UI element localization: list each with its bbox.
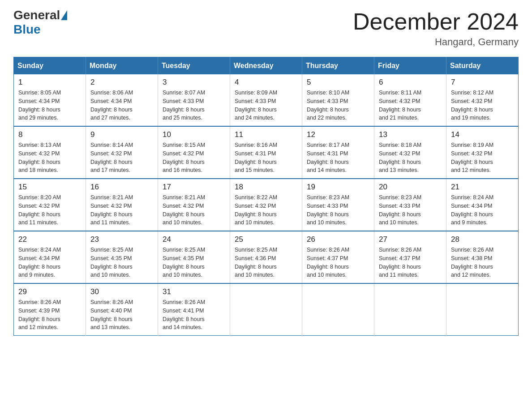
calendar-week-row: 29 Sunrise: 8:26 AM Sunset: 4:39 PM Dayl… xyxy=(14,283,519,336)
calendar-cell: 13 Sunrise: 8:18 AM Sunset: 4:32 PM Dayl… xyxy=(374,126,446,179)
day-info: Sunrise: 8:23 AM Sunset: 4:33 PM Dayligh… xyxy=(307,193,369,227)
day-number: 13 xyxy=(379,130,442,139)
calendar-cell: 5 Sunrise: 8:10 AM Sunset: 4:33 PM Dayli… xyxy=(302,74,374,126)
calendar-cell xyxy=(302,283,374,336)
logo-triangle-icon xyxy=(61,10,67,20)
calendar-cell: 1 Sunrise: 8:05 AM Sunset: 4:34 PM Dayli… xyxy=(14,74,86,126)
calendar-cell: 17 Sunrise: 8:21 AM Sunset: 4:32 PM Dayl… xyxy=(158,179,230,231)
day-info: Sunrise: 8:26 AM Sunset: 4:37 PM Dayligh… xyxy=(307,246,369,279)
day-info: Sunrise: 8:20 AM Sunset: 4:32 PM Dayligh… xyxy=(18,193,81,227)
header-thursday: Thursday xyxy=(302,57,374,75)
day-number: 8 xyxy=(18,130,81,139)
day-number: 6 xyxy=(379,78,442,87)
day-info: Sunrise: 8:26 AM Sunset: 4:37 PM Dayligh… xyxy=(379,246,442,279)
day-info: Sunrise: 8:13 AM Sunset: 4:32 PM Dayligh… xyxy=(18,141,81,175)
day-info: Sunrise: 8:22 AM Sunset: 4:32 PM Dayligh… xyxy=(235,193,297,227)
logo-blue-text: Blue xyxy=(13,22,41,36)
calendar-cell: 18 Sunrise: 8:22 AM Sunset: 4:32 PM Dayl… xyxy=(230,179,302,231)
day-number: 3 xyxy=(163,78,225,87)
calendar-cell: 9 Sunrise: 8:14 AM Sunset: 4:32 PM Dayli… xyxy=(86,126,158,179)
day-info: Sunrise: 8:24 AM Sunset: 4:34 PM Dayligh… xyxy=(451,193,514,227)
calendar-cell: 4 Sunrise: 8:09 AM Sunset: 4:33 PM Dayli… xyxy=(230,74,302,126)
day-info: Sunrise: 8:26 AM Sunset: 4:40 PM Dayligh… xyxy=(90,298,153,332)
location-subtitle: Hangard, Germany xyxy=(353,36,519,48)
day-number: 16 xyxy=(90,183,153,192)
calendar-cell: 25 Sunrise: 8:25 AM Sunset: 4:36 PM Dayl… xyxy=(230,231,302,283)
day-info: Sunrise: 8:16 AM Sunset: 4:31 PM Dayligh… xyxy=(235,141,297,175)
calendar-cell: 2 Sunrise: 8:06 AM Sunset: 4:34 PM Dayli… xyxy=(86,74,158,126)
calendar-cell xyxy=(446,283,519,336)
day-number: 9 xyxy=(90,130,153,139)
calendar-cell: 16 Sunrise: 8:21 AM Sunset: 4:32 PM Dayl… xyxy=(86,179,158,231)
calendar-cell: 27 Sunrise: 8:26 AM Sunset: 4:37 PM Dayl… xyxy=(374,231,446,283)
day-info: Sunrise: 8:11 AM Sunset: 4:32 PM Dayligh… xyxy=(379,89,442,122)
calendar-cell: 7 Sunrise: 8:12 AM Sunset: 4:32 PM Dayli… xyxy=(446,74,519,126)
calendar-cell: 26 Sunrise: 8:26 AM Sunset: 4:37 PM Dayl… xyxy=(302,231,374,283)
calendar-cell: 29 Sunrise: 8:26 AM Sunset: 4:39 PM Dayl… xyxy=(14,283,86,336)
calendar-cell xyxy=(374,283,446,336)
calendar-cell: 6 Sunrise: 8:11 AM Sunset: 4:32 PM Dayli… xyxy=(374,74,446,126)
day-info: Sunrise: 8:17 AM Sunset: 4:31 PM Dayligh… xyxy=(307,141,369,175)
day-number: 26 xyxy=(307,235,369,244)
day-number: 11 xyxy=(235,130,297,139)
calendar-cell: 20 Sunrise: 8:23 AM Sunset: 4:33 PM Dayl… xyxy=(374,179,446,231)
calendar-cell: 3 Sunrise: 8:07 AM Sunset: 4:33 PM Dayli… xyxy=(158,74,230,126)
day-number: 4 xyxy=(235,78,297,87)
day-number: 18 xyxy=(235,183,297,192)
day-info: Sunrise: 8:21 AM Sunset: 4:32 PM Dayligh… xyxy=(163,193,225,227)
day-info: Sunrise: 8:18 AM Sunset: 4:32 PM Dayligh… xyxy=(379,141,442,175)
day-number: 7 xyxy=(451,78,514,87)
day-number: 5 xyxy=(307,78,369,87)
logo-general-text: General xyxy=(13,9,60,21)
day-info: Sunrise: 8:09 AM Sunset: 4:33 PM Dayligh… xyxy=(235,89,297,122)
header-wednesday: Wednesday xyxy=(230,57,302,75)
day-info: Sunrise: 8:25 AM Sunset: 4:36 PM Dayligh… xyxy=(235,246,297,279)
calendar-cell: 10 Sunrise: 8:15 AM Sunset: 4:32 PM Dayl… xyxy=(158,126,230,179)
header-tuesday: Tuesday xyxy=(158,57,230,75)
day-info: Sunrise: 8:21 AM Sunset: 4:32 PM Dayligh… xyxy=(90,193,153,227)
calendar-cell: 31 Sunrise: 8:26 AM Sunset: 4:41 PM Dayl… xyxy=(158,283,230,336)
title-section: December 2024 Hangard, Germany xyxy=(353,9,519,48)
header-friday: Friday xyxy=(374,57,446,75)
day-info: Sunrise: 8:14 AM Sunset: 4:32 PM Dayligh… xyxy=(90,141,153,175)
day-number: 17 xyxy=(163,183,225,192)
day-info: Sunrise: 8:25 AM Sunset: 4:35 PM Dayligh… xyxy=(90,246,153,279)
day-info: Sunrise: 8:26 AM Sunset: 4:38 PM Dayligh… xyxy=(451,246,514,279)
calendar-table: Sunday Monday Tuesday Wednesday Thursday… xyxy=(13,57,519,336)
calendar-cell: 14 Sunrise: 8:19 AM Sunset: 4:32 PM Dayl… xyxy=(446,126,519,179)
day-info: Sunrise: 8:26 AM Sunset: 4:41 PM Dayligh… xyxy=(163,298,225,332)
calendar-week-row: 8 Sunrise: 8:13 AM Sunset: 4:32 PM Dayli… xyxy=(14,126,519,179)
header-monday: Monday xyxy=(86,57,158,75)
calendar-cell: 28 Sunrise: 8:26 AM Sunset: 4:38 PM Dayl… xyxy=(446,231,519,283)
header-saturday: Saturday xyxy=(446,57,519,75)
day-number: 1 xyxy=(18,78,81,87)
calendar-header-row: Sunday Monday Tuesday Wednesday Thursday… xyxy=(14,57,519,75)
day-info: Sunrise: 8:19 AM Sunset: 4:32 PM Dayligh… xyxy=(451,141,514,175)
day-number: 10 xyxy=(163,130,225,139)
calendar-cell: 15 Sunrise: 8:20 AM Sunset: 4:32 PM Dayl… xyxy=(14,179,86,231)
day-number: 14 xyxy=(451,130,514,139)
day-number: 28 xyxy=(451,235,514,244)
calendar-cell: 24 Sunrise: 8:25 AM Sunset: 4:35 PM Dayl… xyxy=(158,231,230,283)
day-info: Sunrise: 8:05 AM Sunset: 4:34 PM Dayligh… xyxy=(18,89,81,122)
day-info: Sunrise: 8:24 AM Sunset: 4:34 PM Dayligh… xyxy=(18,246,81,279)
calendar-cell: 11 Sunrise: 8:16 AM Sunset: 4:31 PM Dayl… xyxy=(230,126,302,179)
calendar-cell: 12 Sunrise: 8:17 AM Sunset: 4:31 PM Dayl… xyxy=(302,126,374,179)
day-info: Sunrise: 8:12 AM Sunset: 4:32 PM Dayligh… xyxy=(451,89,514,122)
calendar-cell: 21 Sunrise: 8:24 AM Sunset: 4:34 PM Dayl… xyxy=(446,179,519,231)
day-number: 29 xyxy=(18,287,81,296)
day-number: 12 xyxy=(307,130,369,139)
day-number: 30 xyxy=(90,287,153,296)
day-number: 27 xyxy=(379,235,442,244)
day-number: 15 xyxy=(18,183,81,192)
day-info: Sunrise: 8:06 AM Sunset: 4:34 PM Dayligh… xyxy=(90,89,153,122)
calendar-cell xyxy=(230,283,302,336)
calendar-week-row: 22 Sunrise: 8:24 AM Sunset: 4:34 PM Dayl… xyxy=(14,231,519,283)
day-number: 24 xyxy=(163,235,225,244)
calendar-week-row: 15 Sunrise: 8:20 AM Sunset: 4:32 PM Dayl… xyxy=(14,179,519,231)
header-sunday: Sunday xyxy=(14,57,86,75)
day-info: Sunrise: 8:23 AM Sunset: 4:33 PM Dayligh… xyxy=(379,193,442,227)
day-number: 2 xyxy=(90,78,153,87)
day-info: Sunrise: 8:07 AM Sunset: 4:33 PM Dayligh… xyxy=(163,89,225,122)
calendar-cell: 30 Sunrise: 8:26 AM Sunset: 4:40 PM Dayl… xyxy=(86,283,158,336)
